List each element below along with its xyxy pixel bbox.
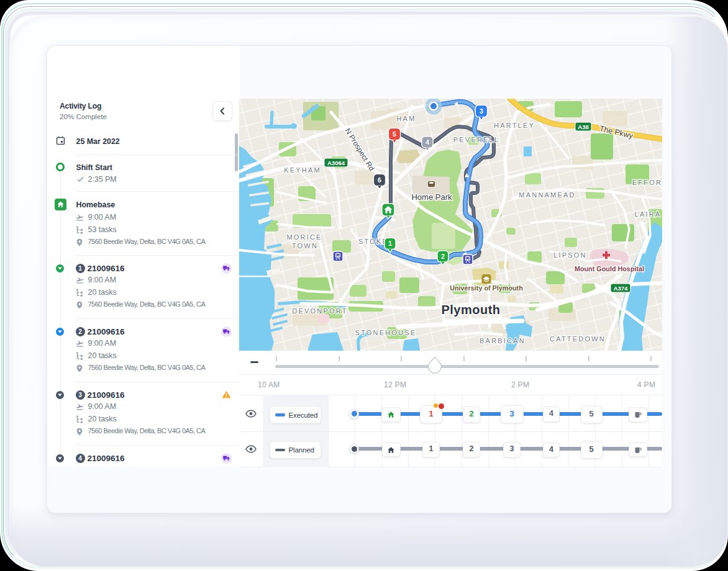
svg-text:6: 6 xyxy=(378,176,381,184)
svg-text:1: 1 xyxy=(388,240,392,247)
svg-text:4: 4 xyxy=(425,139,429,146)
svg-text:3: 3 xyxy=(480,107,483,115)
svg-text:5: 5 xyxy=(393,130,396,138)
svg-text:2: 2 xyxy=(441,253,445,260)
